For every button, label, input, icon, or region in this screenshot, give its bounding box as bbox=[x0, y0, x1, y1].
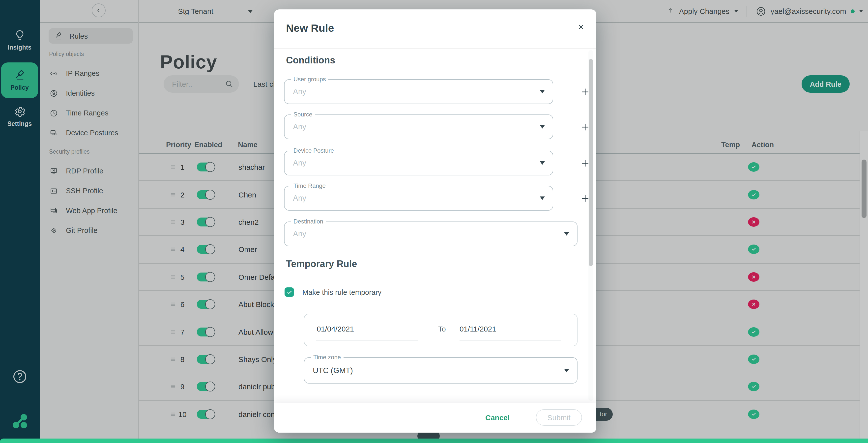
page-scrollbar[interactable] bbox=[860, 131, 868, 443]
condition-select[interactable]: User groups Any bbox=[284, 79, 553, 104]
sidebar-item-label: Rules bbox=[69, 32, 88, 40]
chevron-down-icon bbox=[540, 161, 545, 165]
page-scrollbar-thumb[interactable] bbox=[862, 160, 867, 218]
column-header-name: Name bbox=[238, 141, 257, 149]
sidebar-item-label: Time Ranges bbox=[66, 109, 108, 117]
apply-changes-button[interactable]: Apply Changes bbox=[679, 7, 730, 15]
condition-select[interactable]: Time Range Any bbox=[284, 186, 553, 211]
rail-item-label: Policy bbox=[10, 84, 29, 91]
collapse-sidebar-button[interactable] bbox=[92, 3, 105, 17]
submit-button[interactable]: Submit bbox=[536, 409, 582, 426]
rail-item[interactable]: Insights bbox=[1, 29, 38, 51]
column-header-enabled: Enabled bbox=[194, 141, 222, 149]
sidebar-item[interactable]: Git Profile bbox=[50, 225, 138, 236]
modal-scrollbar-thumb[interactable] bbox=[589, 59, 593, 266]
enabled-toggle[interactable] bbox=[197, 162, 216, 172]
column-header-priority: Priority bbox=[166, 141, 191, 149]
section-header-policy-objects: Policy objects bbox=[49, 51, 138, 57]
drag-handle-icon[interactable] bbox=[169, 247, 177, 252]
drag-handle-icon[interactable] bbox=[169, 411, 177, 417]
status-dot bbox=[851, 9, 855, 13]
sidebar-item-icon bbox=[50, 207, 58, 215]
date-to-input[interactable]: 01/11/2021 bbox=[460, 324, 496, 333]
action-badge bbox=[748, 217, 760, 227]
check-icon bbox=[751, 329, 756, 335]
enabled-toggle[interactable] bbox=[197, 190, 216, 199]
drag-handle-icon[interactable] bbox=[169, 219, 177, 225]
app-root: Insights Policy Settings Stg Tenant Appl… bbox=[0, 0, 868, 443]
priority-value: 3 bbox=[177, 218, 188, 226]
close-icon[interactable]: ✕ bbox=[576, 22, 586, 33]
drag-handle-icon[interactable] bbox=[169, 356, 177, 362]
divider bbox=[460, 340, 561, 341]
rail-item[interactable]: Policy bbox=[1, 62, 38, 98]
rule-name: Omer Defa bbox=[239, 273, 275, 281]
user-email[interactable]: yael@axissecurity.com bbox=[771, 7, 846, 15]
condition-select[interactable]: Source Any bbox=[284, 115, 553, 139]
sidebar-item-rules[interactable]: Rules bbox=[49, 28, 133, 43]
sidebar-item[interactable]: RDP Profile bbox=[50, 165, 138, 177]
action-badge bbox=[748, 245, 760, 254]
enabled-toggle[interactable] bbox=[197, 354, 216, 364]
enabled-toggle[interactable] bbox=[197, 217, 216, 227]
cancel-button[interactable]: Cancel bbox=[482, 413, 513, 422]
rail-item-icon bbox=[13, 105, 26, 118]
rule-name: Abut Allow bbox=[239, 327, 273, 336]
drag-handle-icon[interactable] bbox=[169, 274, 177, 280]
priority-value: 2 bbox=[177, 190, 188, 199]
sidebar-item-label: RDP Profile bbox=[66, 167, 103, 175]
rule-name: danielr con bbox=[239, 410, 275, 418]
date-from-input[interactable]: 01/04/2021 bbox=[317, 324, 354, 333]
sidebar-item[interactable]: Web App Profile bbox=[50, 205, 138, 216]
enabled-toggle[interactable] bbox=[197, 245, 216, 254]
action-badge bbox=[748, 299, 760, 309]
action-badge bbox=[748, 190, 760, 199]
drag-handle-icon[interactable] bbox=[169, 384, 177, 390]
sidebar-item[interactable]: IP Ranges bbox=[50, 68, 138, 79]
check-icon bbox=[751, 164, 756, 170]
drag-handle-icon[interactable] bbox=[169, 164, 177, 170]
field-label: Time Range bbox=[291, 183, 328, 189]
condition-select[interactable]: Device Posture Any bbox=[284, 151, 553, 176]
priority-value: 9 bbox=[177, 383, 188, 391]
enabled-toggle[interactable] bbox=[197, 409, 216, 419]
check-icon bbox=[751, 356, 756, 362]
field-value: UTC (GMT) bbox=[313, 366, 353, 375]
drag-handle-icon[interactable] bbox=[169, 301, 177, 307]
condition-row: User groups Any bbox=[284, 79, 553, 104]
enabled-toggle[interactable] bbox=[197, 299, 216, 309]
rail-item-label: Insights bbox=[8, 44, 31, 51]
rail-item[interactable]: Settings bbox=[1, 105, 38, 127]
sidebar-item-label: Device Postures bbox=[66, 129, 118, 137]
timezone-select[interactable]: Time zone UTC (GMT) bbox=[304, 357, 578, 383]
enabled-toggle[interactable] bbox=[197, 382, 216, 392]
bottom-accent-bar bbox=[0, 439, 868, 443]
sidebar-item[interactable]: SSH Profile bbox=[50, 185, 138, 196]
drag-handle-icon[interactable] bbox=[169, 192, 177, 197]
condition-row: Device Posture Any bbox=[284, 151, 553, 176]
field-label: User groups bbox=[291, 76, 329, 83]
action-badge bbox=[748, 409, 760, 419]
rule-name: shachar bbox=[239, 163, 265, 171]
sidebar-item-label: Web App Profile bbox=[66, 207, 117, 215]
drag-handle-icon[interactable] bbox=[169, 329, 177, 335]
add-rule-button[interactable]: Add Rule bbox=[802, 75, 850, 93]
enabled-toggle[interactable] bbox=[197, 272, 216, 282]
condition-select[interactable]: Destination Any bbox=[284, 222, 578, 246]
chevron-down-icon[interactable] bbox=[734, 10, 738, 12]
chevron-down-icon[interactable] bbox=[859, 10, 863, 12]
chevron-left-icon bbox=[95, 7, 102, 14]
action-badge bbox=[748, 272, 760, 282]
sidebar-item[interactable]: Identities bbox=[50, 88, 138, 99]
help-button[interactable] bbox=[12, 369, 28, 384]
temporary-checkbox[interactable] bbox=[284, 287, 294, 297]
sidebar-item[interactable]: Time Ranges bbox=[50, 107, 138, 119]
tenant-selector[interactable]: Stg Tenant bbox=[160, 0, 253, 22]
modal-footer: Cancel Submit bbox=[274, 403, 596, 433]
field-label: Time zone bbox=[311, 354, 343, 361]
axis-logo bbox=[10, 411, 30, 431]
sidebar-item[interactable]: Device Postures bbox=[50, 127, 138, 138]
enabled-toggle[interactable] bbox=[197, 327, 216, 337]
last-changed-text: Last ch bbox=[253, 75, 277, 93]
priority-value: 7 bbox=[177, 327, 188, 336]
